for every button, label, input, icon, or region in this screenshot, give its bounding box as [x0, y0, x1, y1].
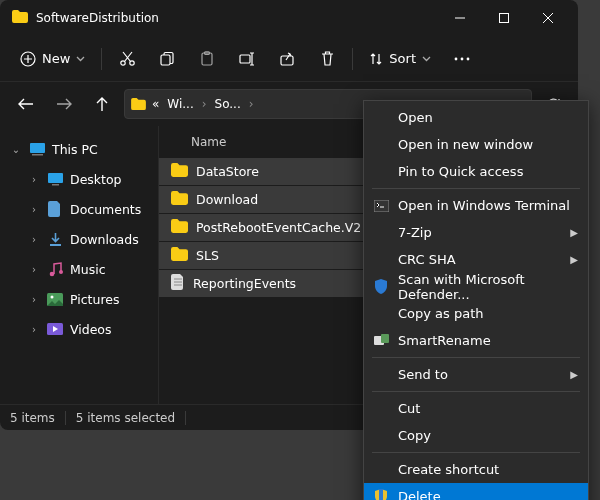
downloads-icon	[46, 230, 64, 248]
chevron-down-icon	[422, 56, 431, 62]
shield-yellow-icon	[372, 488, 390, 501]
menu-label: Pin to Quick access	[398, 164, 523, 179]
breadcrumb-prefix: «	[150, 97, 161, 111]
folder-icon	[131, 98, 146, 110]
maximize-button[interactable]	[482, 2, 526, 34]
close-button[interactable]	[526, 2, 570, 34]
svg-rect-4	[161, 55, 170, 65]
menu-label: Open	[398, 110, 433, 125]
chevron-down-icon[interactable]: ⌄	[10, 144, 22, 155]
more-button[interactable]	[443, 42, 481, 76]
chevron-right-icon: ›	[200, 97, 209, 111]
titlebar[interactable]: SoftwareDistribution	[0, 0, 578, 36]
tree-item-documents[interactable]: ›Documents	[0, 194, 158, 224]
svg-rect-0	[500, 14, 509, 23]
copy-button[interactable]	[148, 42, 186, 76]
chevron-right-icon: ▶	[570, 369, 578, 380]
menu-item-open[interactable]: Open	[364, 104, 588, 131]
svg-point-11	[467, 57, 470, 60]
share-icon	[279, 51, 295, 67]
file-name: SLS	[196, 248, 219, 263]
chevron-right-icon: ›	[247, 97, 256, 111]
cut-button[interactable]	[108, 42, 146, 76]
menu-label: Create shortcut	[398, 462, 499, 477]
delete-button[interactable]	[308, 42, 346, 76]
menu-item-copy-as-path[interactable]: Copy as path	[364, 300, 588, 327]
up-button[interactable]	[86, 89, 118, 119]
new-button[interactable]: New	[10, 45, 95, 73]
paste-button[interactable]	[188, 42, 226, 76]
file-name: Download	[196, 192, 258, 207]
rename-icon	[372, 332, 390, 350]
back-button[interactable]	[10, 89, 42, 119]
menu-item-crc-sha[interactable]: CRC SHA▶	[364, 246, 588, 273]
folder-icon	[171, 219, 188, 236]
folder-icon	[171, 163, 188, 180]
menu-item-send-to[interactable]: Send to▶	[364, 361, 588, 388]
chevron-right-icon[interactable]: ›	[28, 294, 40, 305]
minimize-button[interactable]	[438, 2, 482, 34]
menu-item-smartrename[interactable]: SmartRename	[364, 327, 588, 354]
menu-label: Open in Windows Terminal	[398, 198, 570, 213]
menu-item-open-in-windows-terminal[interactable]: Open in Windows Terminal	[364, 192, 588, 219]
tree-label: Pictures	[70, 292, 120, 307]
tree-label: Downloads	[70, 232, 139, 247]
menu-label: CRC SHA	[398, 252, 456, 267]
chevron-right-icon[interactable]: ›	[28, 204, 40, 215]
menu-label: Scan with Microsoft Defender...	[398, 272, 578, 302]
arrow-right-icon	[56, 97, 72, 111]
menu-item-copy[interactable]: Copy	[364, 422, 588, 449]
tree-item-this-pc[interactable]: ⌄ This PC	[0, 134, 158, 164]
tree-item-videos[interactable]: ›Videos	[0, 314, 158, 344]
tree-item-music[interactable]: ›Music	[0, 254, 158, 284]
menu-item-cut[interactable]: Cut	[364, 395, 588, 422]
music-icon	[46, 260, 64, 278]
chevron-right-icon[interactable]: ›	[28, 264, 40, 275]
menu-item-open-in-new-window[interactable]: Open in new window	[364, 131, 588, 158]
chevron-down-icon	[76, 56, 85, 62]
svg-point-10	[461, 57, 464, 60]
menu-label: Delete	[398, 489, 441, 500]
tree-label: Videos	[70, 322, 112, 337]
menu-separator	[372, 391, 580, 392]
menu-item-7-zip[interactable]: 7-Zip▶	[364, 219, 588, 246]
column-label: Name	[191, 135, 226, 149]
toolbar: New Sort	[0, 36, 578, 82]
new-label: New	[42, 51, 70, 66]
tree-item-desktop[interactable]: ›Desktop	[0, 164, 158, 194]
trash-icon	[320, 50, 335, 67]
chevron-right-icon[interactable]: ›	[28, 234, 40, 245]
tree-label: Documents	[70, 202, 141, 217]
navigation-tree: ⌄ This PC ›Desktop›Documents›Downloads›M…	[0, 126, 158, 404]
menu-item-delete[interactable]: Delete	[364, 483, 588, 500]
breadcrumb-part[interactable]: Wi...	[165, 97, 195, 111]
sort-label: Sort	[389, 51, 416, 66]
file-name: PostRebootEventCache.V2	[196, 220, 361, 235]
tree-label: Desktop	[70, 172, 122, 187]
terminal-icon	[372, 197, 390, 215]
chevron-right-icon[interactable]: ›	[28, 324, 40, 335]
file-name: DataStore	[196, 164, 259, 179]
sort-button[interactable]: Sort	[359, 45, 441, 72]
pictures-icon	[46, 290, 64, 308]
forward-button[interactable]	[48, 89, 80, 119]
share-button[interactable]	[268, 42, 306, 76]
arrow-up-icon	[95, 97, 109, 112]
tree-item-pictures[interactable]: ›Pictures	[0, 284, 158, 314]
svg-rect-13	[32, 154, 43, 156]
menu-item-create-shortcut[interactable]: Create shortcut	[364, 456, 588, 483]
scissors-icon	[119, 50, 136, 67]
status-selected: 5 items selected	[76, 411, 175, 425]
chevron-right-icon[interactable]: ›	[28, 174, 40, 185]
folder-icon	[12, 10, 28, 26]
menu-item-pin-to-quick-access[interactable]: Pin to Quick access	[364, 158, 588, 185]
rename-button[interactable]	[228, 42, 266, 76]
tree-label: Music	[70, 262, 106, 277]
svg-point-9	[455, 57, 458, 60]
breadcrumb-part[interactable]: So...	[213, 97, 243, 111]
tree-item-downloads[interactable]: ›Downloads	[0, 224, 158, 254]
svg-rect-12	[30, 143, 45, 153]
svg-point-17	[59, 270, 63, 274]
menu-item-scan-with-microsoft-defender[interactable]: Scan with Microsoft Defender...	[364, 273, 588, 300]
svg-point-19	[51, 295, 54, 298]
